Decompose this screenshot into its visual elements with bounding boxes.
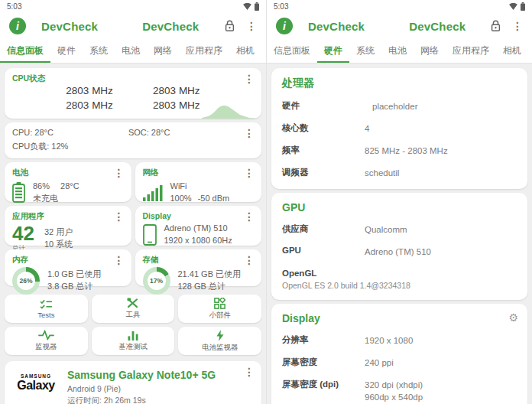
widgets-button[interactable]: 小部件 bbox=[178, 295, 261, 323]
device-info-card[interactable]: ⋮ SAMSUNG Galaxy Samsung Galaxy Note10+ … bbox=[5, 361, 261, 404]
display-mode: 1920 x 1080 60Hz bbox=[164, 235, 232, 247]
app-title-center: DevCheck bbox=[142, 20, 199, 33]
widgets-icon bbox=[214, 298, 225, 309]
network-type: WiFi bbox=[170, 181, 230, 193]
lock-icon[interactable] bbox=[490, 20, 501, 32]
button-label: 小部件 bbox=[209, 311, 231, 321]
gear-icon[interactable]: ⚙ bbox=[508, 311, 518, 324]
panel-dashboard: 5:03 i DevCheck DevCheck ⋮ 信息面板 硬件 系统 电池… bbox=[0, 0, 266, 404]
battery-status-icon bbox=[521, 2, 525, 11]
cpu-load: CPU负载: 12% bbox=[12, 141, 254, 152]
info-row: 屏幕密度 (dpi) 320 dpi (xhdpi)960dp x 540dp bbox=[282, 379, 517, 403]
tests-button[interactable]: Tests bbox=[5, 295, 88, 323]
kebab-menu-icon[interactable]: ⋮ bbox=[114, 168, 125, 178]
storage-used: 21.41 GB 已使用 bbox=[178, 269, 242, 281]
tab-dashboard[interactable]: 信息面板 bbox=[267, 40, 317, 63]
tab-battery[interactable]: 电池 bbox=[115, 40, 147, 63]
display-section: Display ⚙ 分辨率 1920 x 1080 屏幕密度 240 ppi 屏… bbox=[271, 304, 527, 404]
tab-hardware[interactable]: 硬件 bbox=[50, 40, 83, 63]
tab-apps[interactable]: 应用程序 bbox=[446, 40, 496, 63]
status-time: 5:03 bbox=[274, 2, 288, 11]
button-label: 监视器 bbox=[35, 342, 57, 352]
apps-card[interactable]: 应用程序 ⋮ 42 总计 32 用户 10 系统 bbox=[5, 206, 131, 246]
network-card[interactable]: 网络 ⋮ WiFi 100%-50 dBm bbox=[135, 162, 262, 202]
kebab-menu-icon[interactable]: ⋮ bbox=[244, 255, 255, 266]
benchmark-button[interactable]: 基准测试 bbox=[92, 327, 175, 355]
app-bar: i DevCheck DevCheck ⋮ bbox=[267, 12, 532, 40]
cpu-frequency: 2803 MHz bbox=[66, 99, 113, 111]
cpu-temp-card[interactable]: ⋮ CPU: 28°C SOC: 28°C CPU负载: 12% bbox=[5, 122, 261, 158]
memory-card[interactable]: 内存 ⋮ 26% 1.0 GB 已使用 3.8 GB 总计 bbox=[5, 249, 131, 286]
lock-icon[interactable] bbox=[224, 20, 235, 32]
app-title: DevCheck bbox=[308, 20, 365, 33]
tools-icon bbox=[127, 298, 138, 308]
phone-icon bbox=[143, 224, 157, 246]
cpu-status-card[interactable]: CPU状态 ⋮ 2803 MHz 2803 MHz 2803 MHz 2803 … bbox=[5, 68, 261, 119]
battery-monitor-button[interactable]: 电池监视器 bbox=[178, 327, 261, 355]
apps-user-count: 32 用户 bbox=[44, 226, 73, 239]
button-label: 电池监视器 bbox=[202, 343, 238, 353]
display-gpu: Adreno (TM) 510 bbox=[164, 223, 232, 235]
kebab-menu-icon[interactable]: ⋮ bbox=[114, 211, 125, 222]
card-title: 电池 bbox=[12, 168, 124, 178]
tab-hardware[interactable]: 硬件 bbox=[317, 40, 349, 63]
tab-camera[interactable]: 相机 bbox=[496, 40, 528, 63]
tab-apps[interactable]: 应用程序 bbox=[179, 40, 229, 63]
battery-card[interactable]: 电池 ⋮ 86%28°C 未充电 bbox=[5, 162, 131, 202]
button-label: Tests bbox=[37, 311, 54, 319]
info-row: 调频器 schedutil bbox=[282, 167, 517, 179]
opengl-value: OpenGL ES 2.0 build 1.4@3234318 bbox=[282, 281, 517, 290]
bolt-icon bbox=[216, 330, 224, 341]
battery-status: 未充电 bbox=[33, 193, 79, 205]
display-card[interactable]: Display ⋮ Adreno (TM) 510 1920 x 1080 60… bbox=[135, 206, 262, 246]
devcheck-logo-icon: i bbox=[9, 18, 26, 34]
device-name: Samsung Galaxy Note10+ 5G bbox=[67, 369, 216, 381]
bar-chart-icon bbox=[128, 330, 138, 340]
kebab-menu-icon[interactable]: ⋮ bbox=[244, 73, 255, 84]
cpu-usage-sparkline bbox=[202, 100, 257, 119]
device-os: Android 9 (Pie) bbox=[67, 383, 216, 394]
storage-card[interactable]: 存储 ⋮ 17% 21.41 GB 已使用 128 GB 总计 bbox=[135, 249, 262, 286]
status-time: 5:03 bbox=[7, 2, 21, 11]
storage-total: 128 GB 总计 bbox=[178, 281, 242, 293]
memory-donut-chart: 26% bbox=[12, 267, 40, 295]
tab-system[interactable]: 系统 bbox=[349, 40, 381, 63]
memory-percent: 26% bbox=[17, 272, 35, 290]
info-row: GPU Adreno (TM) 510 bbox=[282, 246, 517, 258]
status-bar: 5:03 bbox=[0, 0, 266, 12]
soc-temp: SOC: 28°C bbox=[128, 128, 170, 137]
kebab-menu-icon[interactable]: ⋮ bbox=[114, 255, 125, 266]
button-label: 基准测试 bbox=[118, 342, 148, 352]
tab-camera[interactable]: 相机 bbox=[229, 40, 261, 63]
monitor-button[interactable]: 监视器 bbox=[5, 327, 88, 355]
signal-bars-icon bbox=[143, 184, 163, 201]
gpu-section: GPU 供应商 Qualcomm GPU Adreno (TM) 510 Ope… bbox=[271, 193, 527, 299]
devcheck-logo-icon: i bbox=[276, 18, 293, 34]
kebab-menu-icon[interactable]: ⋮ bbox=[244, 211, 255, 222]
overflow-menu-icon[interactable]: ⋮ bbox=[246, 21, 257, 31]
tab-network[interactable]: 网络 bbox=[147, 40, 179, 63]
section-title: GPU bbox=[282, 201, 517, 213]
tab-sensors[interactable]: 传感器 bbox=[528, 40, 532, 63]
samsung-galaxy-logo: SAMSUNG Galaxy bbox=[14, 373, 58, 404]
card-title: 存储 bbox=[143, 255, 255, 266]
kebab-menu-icon[interactable]: ⋮ bbox=[244, 128, 255, 138]
tab-system[interactable]: 系统 bbox=[83, 40, 115, 63]
kebab-menu-icon[interactable]: ⋮ bbox=[244, 168, 255, 178]
processor-section: 处理器 硬件 placeholder 核心数 4 频率 825 MHz - 28… bbox=[271, 68, 527, 189]
kebab-menu-icon[interactable]: ⋮ bbox=[244, 367, 255, 377]
device-uptime: 运行时间: 2h 26m 19s bbox=[67, 395, 216, 404]
tab-dashboard[interactable]: 信息面板 bbox=[0, 40, 50, 63]
tools-button[interactable]: 工具 bbox=[92, 295, 175, 323]
memory-total: 3.8 GB 总计 bbox=[47, 281, 101, 293]
app-title: DevCheck bbox=[41, 20, 98, 33]
card-title: 应用程序 bbox=[12, 211, 124, 222]
button-label: 工具 bbox=[125, 310, 140, 320]
info-row: 供应商 Qualcomm bbox=[282, 223, 517, 236]
overflow-menu-icon[interactable]: ⋮ bbox=[512, 21, 523, 31]
info-row: 分辨率 1920 x 1080 bbox=[282, 334, 517, 347]
opengl-label: OpenGL bbox=[282, 269, 517, 278]
tab-battery[interactable]: 电池 bbox=[381, 40, 414, 63]
tab-network[interactable]: 网络 bbox=[414, 40, 446, 63]
info-row: 核心数 4 bbox=[282, 122, 517, 135]
